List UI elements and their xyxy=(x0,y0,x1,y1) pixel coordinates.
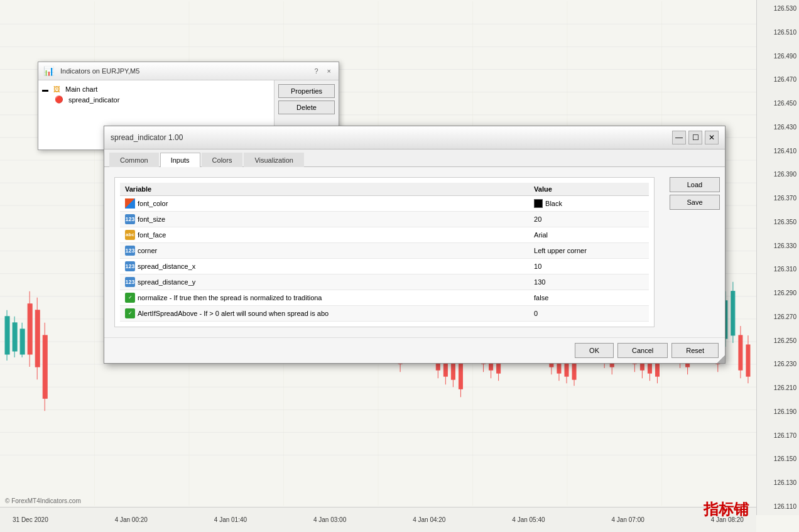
variable-name: spread_distance_x xyxy=(138,263,195,270)
table-row[interactable]: 123 corner Left upper corner xyxy=(120,243,649,259)
tree-item-label: spread_indicator xyxy=(68,96,119,104)
dialog-bottom: OK Cancel Reset xyxy=(104,337,725,363)
bool-type-icon: ✓ xyxy=(125,293,135,303)
copyright-text: © ForexMT4Indicators.com xyxy=(5,497,81,504)
window-buttons: — ☐ ✕ xyxy=(672,131,719,144)
variable-cell: abc font_face xyxy=(120,227,529,243)
price-label: 126.170 xyxy=(759,432,796,439)
tab-colors[interactable]: Colors xyxy=(202,153,243,167)
properties-button[interactable]: Properties xyxy=(278,84,335,98)
value-cell: 130 xyxy=(529,274,649,290)
time-label: 4 Jan 04:20 xyxy=(413,516,445,523)
time-label: 4 Jan 07:00 xyxy=(611,516,644,523)
value-cell: Black xyxy=(529,196,649,212)
tree-item-main-chart[interactable]: ▬ 🖼 Main chart xyxy=(42,84,270,94)
reset-button[interactable]: Reset xyxy=(671,343,719,358)
indicators-close-button[interactable]: × xyxy=(325,67,334,75)
price-label: 126.150 xyxy=(759,455,796,462)
time-label: 4 Jan 00:20 xyxy=(115,516,148,523)
variable-name: font_size xyxy=(138,215,165,223)
price-label: 126.410 xyxy=(759,148,796,155)
time-axis: 31 Dec 2020 4 Jan 00:20 4 Jan 01:40 4 Ja… xyxy=(0,507,756,532)
cancel-button[interactable]: Cancel xyxy=(617,343,668,358)
minimize-button[interactable]: — xyxy=(672,131,686,144)
watermark-text: 指标铺 xyxy=(704,499,749,519)
value-cell: false xyxy=(529,290,649,306)
value-text: false xyxy=(534,294,548,301)
value-cell: Left upper corner xyxy=(529,243,649,259)
indicators-titlebar: 📊 Indicators on EURJPY,M5 ? × xyxy=(38,62,339,80)
ok-button[interactable]: OK xyxy=(575,343,614,358)
price-label: 126.450 xyxy=(759,100,796,107)
value-text: 0 xyxy=(534,310,538,317)
value-text: Arial xyxy=(534,231,548,239)
tab-visualization[interactable]: Visualization xyxy=(244,153,304,167)
price-label: 126.430 xyxy=(759,124,796,131)
value-text: 10 xyxy=(534,263,541,270)
table-row[interactable]: 123 spread_distance_x 10 xyxy=(120,259,649,274)
value-text: 20 xyxy=(534,215,541,223)
text-type-icon: abc xyxy=(125,230,135,240)
price-label: 126.530 xyxy=(759,5,796,12)
price-label: 126.310 xyxy=(759,266,796,273)
chart-icon: 🖼 xyxy=(53,85,60,93)
time-label: 4 Jan 01:40 xyxy=(214,516,247,523)
expand-icon: ▬ xyxy=(42,86,48,93)
maximize-button[interactable]: ☐ xyxy=(688,131,702,144)
bool-type-icon: ✓ xyxy=(125,308,135,318)
tab-inputs[interactable]: Inputs xyxy=(160,153,200,167)
save-button[interactable]: Save xyxy=(670,195,720,210)
price-label: 126.230 xyxy=(759,361,796,367)
time-label: 4 Jan 03:00 xyxy=(313,516,346,523)
close-button[interactable]: ✕ xyxy=(705,131,719,144)
price-label: 126.350 xyxy=(759,219,796,225)
dialog-icon: 📊 xyxy=(43,66,54,76)
price-label: 126.110 xyxy=(759,503,796,510)
price-label: 126.250 xyxy=(759,337,796,344)
col-variable: Variable xyxy=(120,183,529,196)
properties-dialog: spread_indicator 1.00 — ☐ ✕ Common Input… xyxy=(104,126,726,364)
number-type-icon: 123 xyxy=(125,277,135,287)
price-label: 126.490 xyxy=(759,53,796,60)
variable-cell: 123 spread_distance_y xyxy=(120,274,529,290)
number-type-icon: 123 xyxy=(125,246,135,256)
indicators-dialog-title: Indicators on EURJPY,M5 xyxy=(60,67,308,75)
value-text: Black xyxy=(545,200,562,207)
variable-name: corner xyxy=(138,247,157,254)
price-label: 126.190 xyxy=(759,408,796,415)
tabs-row: Common Inputs Colors Visualization xyxy=(104,149,725,167)
time-label: 31 Dec 2020 xyxy=(13,516,48,523)
value-cell: 0 xyxy=(529,306,649,322)
col-value: Value xyxy=(529,183,649,196)
delete-button[interactable]: Delete xyxy=(278,100,335,114)
price-label: 126.370 xyxy=(759,195,796,202)
price-label: 126.210 xyxy=(759,384,796,391)
price-axis: 126.530 126.510 126.490 126.470 126.450 … xyxy=(756,0,799,515)
load-button[interactable]: Load xyxy=(670,177,720,192)
table-row[interactable]: ✓ normalize - If true then the spread is… xyxy=(120,290,649,306)
tab-common[interactable]: Common xyxy=(109,153,159,167)
tree-item-label: Main chart xyxy=(65,85,97,93)
number-type-icon: 123 xyxy=(125,214,135,224)
table-row[interactable]: ✓ AlertIfSpreadAbove - If > 0 alert will… xyxy=(120,306,649,322)
resize-handle[interactable] xyxy=(717,356,725,363)
price-label: 126.270 xyxy=(759,313,796,320)
table-row[interactable]: font_color Black xyxy=(120,196,649,212)
svg-rect-29 xyxy=(13,323,17,351)
table-row[interactable]: abc font_face Arial xyxy=(120,227,649,243)
price-label: 126.130 xyxy=(759,479,796,486)
price-label: 126.290 xyxy=(759,290,796,296)
price-label: 126.510 xyxy=(759,29,796,36)
value-cell: Arial xyxy=(529,227,649,243)
props-table-area: Variable Value font_color xyxy=(114,177,655,327)
variable-cell: font_color xyxy=(120,196,529,212)
variable-name: font_color xyxy=(138,200,168,207)
svg-rect-27 xyxy=(5,317,9,354)
variable-name: AlertIfSpreadAbove - If > 0 alert will s… xyxy=(138,310,329,317)
table-row[interactable]: 123 font_size 20 xyxy=(120,212,649,227)
tree-item-spread-indicator[interactable]: 🔴 spread_indicator xyxy=(42,94,270,105)
variable-name: font_face xyxy=(138,231,166,239)
value-text: Left upper corner xyxy=(534,247,587,254)
indicators-help-button[interactable]: ? xyxy=(312,67,320,75)
table-row[interactable]: 123 spread_distance_y 130 xyxy=(120,274,649,290)
